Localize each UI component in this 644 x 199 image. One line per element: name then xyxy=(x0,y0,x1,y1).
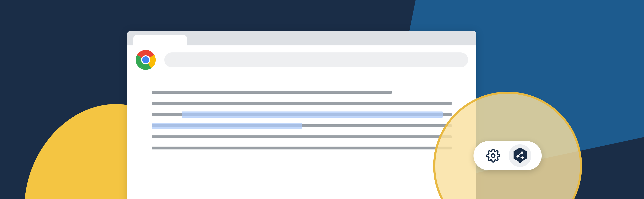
address-bar[interactable] xyxy=(164,52,468,67)
share-extension-button[interactable] xyxy=(509,144,531,167)
page-content-area xyxy=(127,74,476,199)
content-text-line xyxy=(152,91,392,94)
hexagon-share-icon xyxy=(512,147,528,164)
content-text-line xyxy=(152,147,452,150)
content-text-line-highlighted xyxy=(152,113,452,116)
chrome-logo-icon xyxy=(135,49,156,70)
extension-toolbar xyxy=(474,141,542,170)
text-selection-highlight xyxy=(152,123,302,129)
content-text-line xyxy=(152,102,452,105)
svg-point-2 xyxy=(142,56,149,63)
browser-tab-active[interactable] xyxy=(133,35,187,45)
gear-icon xyxy=(486,149,500,163)
content-text-line-highlighted xyxy=(152,124,452,127)
text-selection-highlight xyxy=(182,111,443,118)
content-text-line xyxy=(152,135,452,138)
browser-toolbar xyxy=(127,45,476,74)
settings-button[interactable] xyxy=(484,146,502,165)
browser-window xyxy=(127,31,476,199)
browser-tab-strip xyxy=(127,31,476,45)
svg-point-3 xyxy=(492,154,495,158)
